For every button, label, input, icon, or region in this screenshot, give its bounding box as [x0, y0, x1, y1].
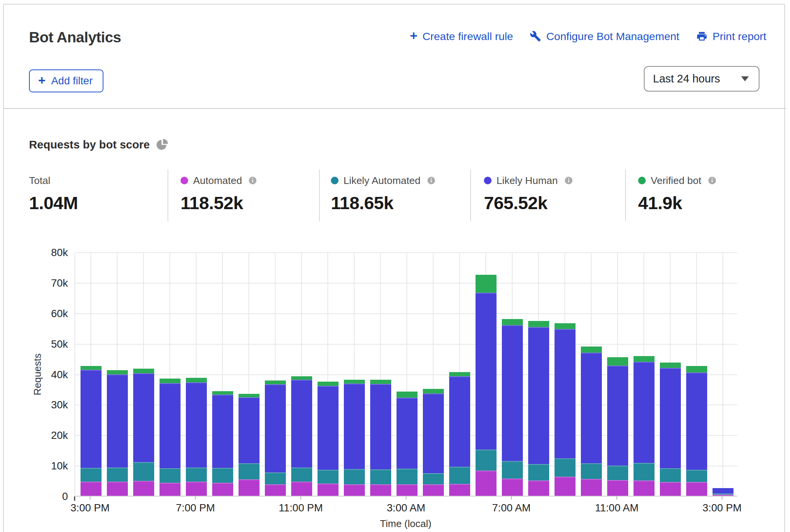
configure-bot-management-link[interactable]: Configure Bot Management — [530, 30, 679, 43]
bar-900am-verified_bot[interactable] — [555, 323, 576, 329]
bar-300pm-likely_human[interactable] — [713, 488, 734, 493]
bar-1100am-likely_human[interactable] — [607, 366, 628, 466]
bar-300pm-likely_human[interactable] — [81, 370, 102, 468]
bar-1100am-automated[interactable] — [607, 480, 628, 496]
bar-1200pm-likely_human[interactable] — [634, 362, 655, 463]
bar-700am-automated[interactable] — [502, 479, 523, 496]
bar-500pm-verified_bot[interactable] — [133, 369, 154, 373]
bar-800am-likely_human[interactable] — [528, 327, 549, 464]
bar-1200am-verified_bot[interactable] — [318, 382, 339, 385]
bar-900pm-likely_human[interactable] — [239, 397, 260, 463]
bar-1000pm-automated[interactable] — [265, 484, 286, 496]
bar-500am-verified_bot[interactable] — [449, 372, 470, 376]
bar-300pm-likely_automated[interactable] — [713, 493, 734, 495]
bar-700am-likely_human[interactable] — [502, 325, 523, 461]
bar-800am-likely_automated[interactable] — [528, 464, 549, 480]
bar-300am-likely_automated[interactable] — [397, 469, 418, 484]
add-filter-button[interactable]: + Add filter — [29, 69, 103, 92]
bar-400am-likely_automated[interactable] — [423, 473, 444, 484]
bar-300pm-verified_bot[interactable] — [81, 366, 102, 370]
info-icon[interactable] — [564, 176, 573, 185]
bar-700pm-likely_human[interactable] — [186, 382, 207, 468]
bar-200pm-automated[interactable] — [686, 482, 707, 496]
bar-1200am-automated[interactable] — [318, 484, 339, 496]
bar-1000am-verified_bot[interactable] — [581, 347, 602, 353]
bar-200pm-verified_bot[interactable] — [686, 366, 707, 372]
bar-600am-likely_automated[interactable] — [476, 450, 497, 471]
info-icon[interactable] — [708, 176, 717, 185]
bar-1100pm-likely_automated[interactable] — [291, 468, 312, 482]
bar-300am-likely_human[interactable] — [397, 398, 418, 469]
bar-600pm-likely_automated[interactable] — [160, 468, 181, 483]
bar-100pm-likely_human[interactable] — [660, 368, 681, 468]
bar-300pm-likely_automated[interactable] — [81, 468, 102, 482]
bar-100am-likely_human[interactable] — [344, 384, 365, 469]
bar-1200pm-automated[interactable] — [634, 480, 655, 496]
bar-900pm-verified_bot[interactable] — [239, 394, 260, 397]
bar-300pm-automated[interactable] — [713, 495, 734, 496]
bar-600pm-automated[interactable] — [160, 483, 181, 496]
bar-1200am-likely_automated[interactable] — [318, 470, 339, 484]
bar-500pm-likely_human[interactable] — [133, 373, 154, 462]
bar-100pm-verified_bot[interactable] — [660, 363, 681, 368]
time-range-dropdown[interactable]: Last 24 hours — [644, 66, 759, 92]
create-firewall-rule-link[interactable]: +Create firewall rule — [410, 30, 513, 43]
info-icon[interactable] — [248, 176, 257, 185]
bar-500am-likely_human[interactable] — [449, 376, 470, 467]
bar-1000am-likely_automated[interactable] — [581, 463, 602, 479]
bar-1200pm-likely_automated[interactable] — [634, 463, 655, 480]
bar-800pm-likely_automated[interactable] — [212, 468, 233, 483]
bar-400am-verified_bot[interactable] — [423, 389, 444, 393]
bar-1100pm-likely_human[interactable] — [291, 380, 312, 467]
bar-700pm-automated[interactable] — [186, 482, 207, 496]
bar-900pm-automated[interactable] — [239, 479, 260, 496]
info-icon[interactable] — [427, 176, 436, 185]
bar-1100am-verified_bot[interactable] — [607, 357, 628, 366]
bar-200am-likely_automated[interactable] — [370, 469, 391, 484]
bar-1200am-likely_human[interactable] — [318, 386, 339, 470]
bar-700am-likely_automated[interactable] — [502, 461, 523, 479]
bar-1100am-likely_automated[interactable] — [607, 466, 628, 480]
bar-1000pm-verified_bot[interactable] — [265, 380, 286, 384]
bar-800pm-verified_bot[interactable] — [212, 391, 233, 395]
bar-600am-verified_bot[interactable] — [476, 275, 497, 293]
bar-200am-verified_bot[interactable] — [370, 380, 391, 384]
bar-400am-likely_human[interactable] — [423, 393, 444, 473]
bar-100am-automated[interactable] — [344, 484, 365, 496]
bar-300am-verified_bot[interactable] — [397, 392, 418, 398]
bar-1100pm-automated[interactable] — [291, 482, 312, 496]
bar-900am-likely_automated[interactable] — [555, 458, 576, 477]
bar-200pm-likely_automated[interactable] — [686, 470, 707, 482]
bar-900pm-likely_automated[interactable] — [239, 463, 260, 479]
bar-700pm-verified_bot[interactable] — [186, 378, 207, 382]
bar-100am-likely_automated[interactable] — [344, 469, 365, 484]
bar-100pm-automated[interactable] — [660, 482, 681, 496]
bar-800am-automated[interactable] — [528, 480, 549, 496]
bar-900am-automated[interactable] — [555, 477, 576, 496]
bar-600pm-verified_bot[interactable] — [160, 379, 181, 383]
bar-600am-automated[interactable] — [476, 471, 497, 496]
bar-400pm-automated[interactable] — [107, 482, 128, 496]
bar-300am-automated[interactable] — [397, 484, 418, 496]
bar-1000pm-likely_human[interactable] — [265, 384, 286, 472]
bar-400pm-likely_automated[interactable] — [107, 468, 128, 482]
bar-200am-likely_human[interactable] — [370, 384, 391, 469]
bar-800pm-automated[interactable] — [212, 483, 233, 496]
bar-400pm-verified_bot[interactable] — [107, 370, 128, 374]
bar-300pm-automated[interactable] — [81, 482, 102, 496]
bar-800am-verified_bot[interactable] — [528, 321, 549, 327]
bar-200pm-likely_human[interactable] — [686, 372, 707, 470]
bar-700pm-likely_automated[interactable] — [186, 468, 207, 482]
bar-500am-automated[interactable] — [449, 484, 470, 496]
bar-600pm-likely_human[interactable] — [160, 383, 181, 468]
print-report-link[interactable]: Print report — [696, 30, 766, 43]
bar-700am-verified_bot[interactable] — [502, 319, 523, 325]
bar-600am-likely_human[interactable] — [476, 293, 497, 450]
bar-800pm-likely_human[interactable] — [212, 395, 233, 468]
bar-500pm-automated[interactable] — [133, 481, 154, 496]
bar-1000am-automated[interactable] — [581, 479, 602, 496]
bar-500pm-likely_automated[interactable] — [133, 462, 154, 481]
bar-100pm-likely_automated[interactable] — [660, 468, 681, 482]
bar-100am-verified_bot[interactable] — [344, 380, 365, 384]
bar-400pm-likely_human[interactable] — [107, 374, 128, 468]
